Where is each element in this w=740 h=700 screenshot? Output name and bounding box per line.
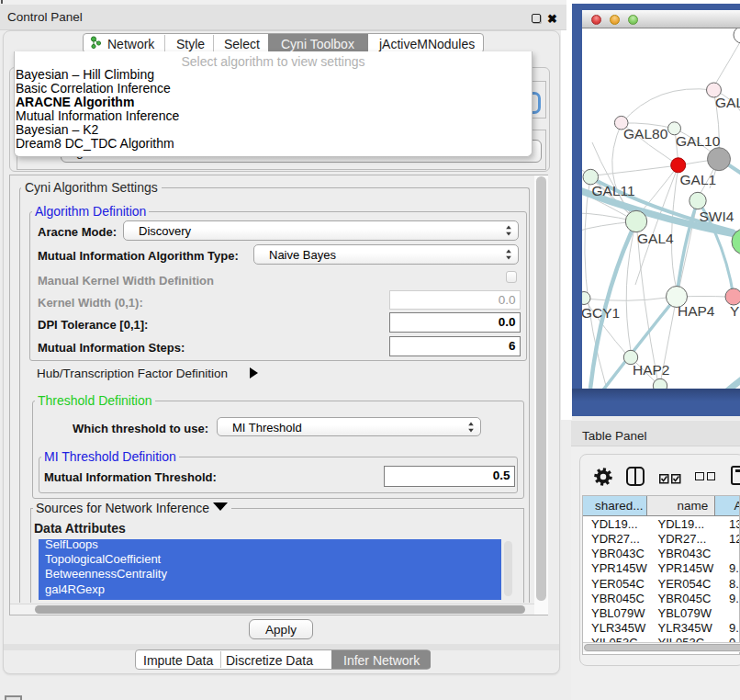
svg-text:GCY1: GCY1 (582, 305, 620, 321)
svg-text:GAL1: GAL1 (680, 172, 717, 187)
svg-text:HAP4: HAP4 (678, 303, 715, 319)
svg-text:GAL4: GAL4 (637, 231, 674, 246)
svg-text:GAL11: GAL11 (592, 183, 635, 198)
svg-text:Y: Y (730, 303, 739, 319)
svg-text:GAL80: GAL80 (623, 126, 668, 141)
svg-text:GAL10: GAL10 (676, 133, 721, 149)
svg-text:GAL: GAL (715, 95, 740, 110)
svg-text:SWI4: SWI4 (700, 209, 734, 224)
svg-text:HAP2: HAP2 (633, 362, 670, 378)
